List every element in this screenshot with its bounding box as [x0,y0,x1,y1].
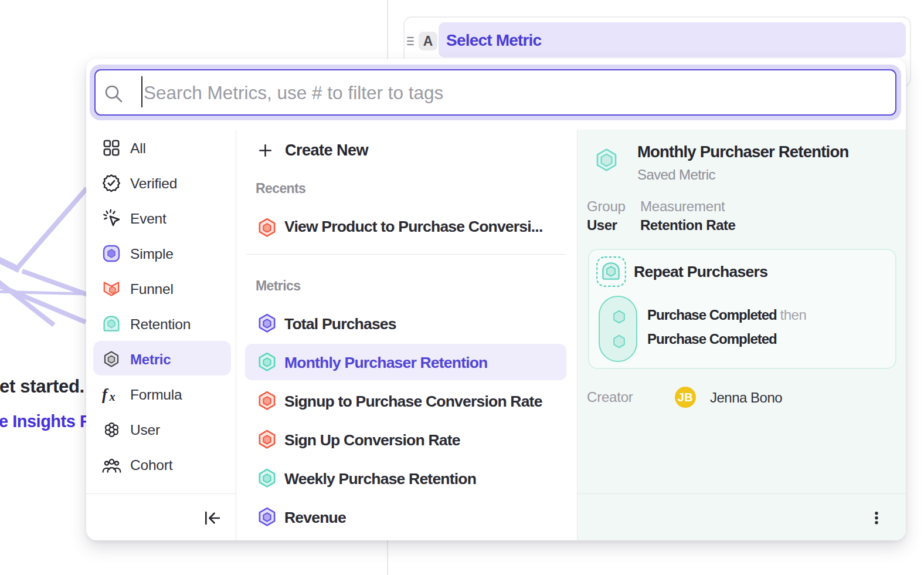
svg-text:x: x [109,390,116,403]
svg-text:f: f [102,385,109,403]
